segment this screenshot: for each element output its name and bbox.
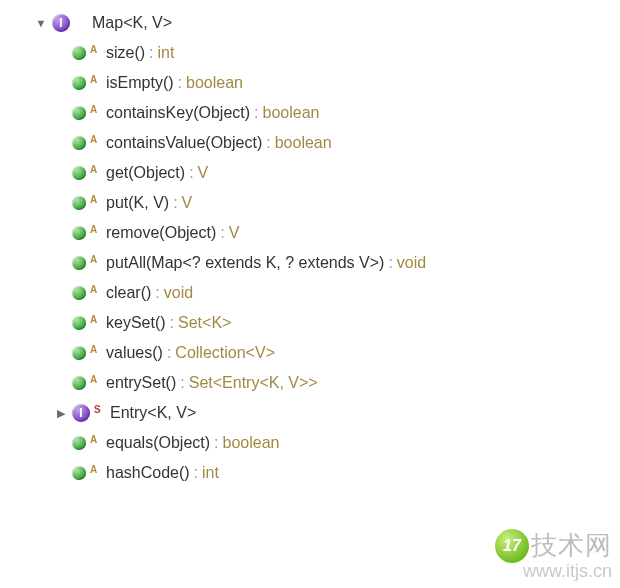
modifier-abstract: A bbox=[90, 344, 100, 355]
separator: : bbox=[266, 134, 270, 152]
type-name: Map<K, V> bbox=[92, 14, 172, 32]
modifier-abstract: A bbox=[90, 254, 100, 265]
separator: : bbox=[149, 44, 153, 62]
separator: : bbox=[220, 224, 224, 242]
tree-node-method[interactable]: Aget(Object):V bbox=[0, 158, 620, 188]
method-signature: values() bbox=[106, 344, 163, 362]
separator: : bbox=[194, 464, 198, 482]
method-signature: putAll(Map<? extends K, ? extends V>) bbox=[106, 254, 384, 272]
tree-node-method[interactable]: Aclear():void bbox=[0, 278, 620, 308]
tree-node-method[interactable]: Aequals(Object):boolean bbox=[0, 428, 620, 458]
separator: : bbox=[180, 374, 184, 392]
modifier-abstract: A bbox=[90, 374, 100, 385]
tree-node-method[interactable]: AisEmpty():boolean bbox=[0, 68, 620, 98]
separator: : bbox=[178, 74, 182, 92]
method-icon bbox=[72, 316, 86, 330]
return-type: void bbox=[397, 254, 426, 272]
separator: : bbox=[388, 254, 392, 272]
method-signature: remove(Object) bbox=[106, 224, 216, 242]
method-signature: clear() bbox=[106, 284, 151, 302]
modifier-abstract: A bbox=[90, 464, 100, 475]
separator: : bbox=[189, 164, 193, 182]
tree-node-method[interactable]: AcontainsKey(Object):boolean bbox=[0, 98, 620, 128]
return-type: Set<K> bbox=[178, 314, 231, 332]
tree-node-method[interactable]: Aremove(Object):V bbox=[0, 218, 620, 248]
tree-node-method[interactable]: AentrySet():Set<Entry<K, V>> bbox=[0, 368, 620, 398]
modifier-abstract: A bbox=[90, 164, 100, 175]
tree-node-method[interactable]: AputAll(Map<? extends K, ? extends V>):v… bbox=[0, 248, 620, 278]
watermark-url: www.itjs.cn bbox=[495, 561, 612, 582]
method-signature: hashCode() bbox=[106, 464, 190, 482]
separator: : bbox=[214, 434, 218, 452]
watermark: 17 技术网 www.itjs.cn bbox=[495, 528, 612, 582]
tree-node-map[interactable]: ▼ I Map<K, V> bbox=[0, 8, 620, 38]
method-icon bbox=[72, 46, 86, 60]
method-icon bbox=[72, 76, 86, 90]
return-type: V bbox=[198, 164, 209, 182]
method-signature: size() bbox=[106, 44, 145, 62]
separator: : bbox=[167, 344, 171, 362]
method-icon bbox=[72, 256, 86, 270]
method-icon bbox=[72, 106, 86, 120]
tree-node-method[interactable]: Aput(K, V):V bbox=[0, 188, 620, 218]
watermark-badge: 17 bbox=[495, 529, 529, 563]
method-icon bbox=[72, 196, 86, 210]
return-type: int bbox=[158, 44, 175, 62]
chevron-right-icon[interactable]: ▶ bbox=[54, 407, 68, 420]
modifier-abstract: A bbox=[90, 194, 100, 205]
method-signature: isEmpty() bbox=[106, 74, 174, 92]
modifier-abstract: A bbox=[90, 74, 100, 85]
method-signature: put(K, V) bbox=[106, 194, 169, 212]
return-type: boolean bbox=[275, 134, 332, 152]
method-signature: equals(Object) bbox=[106, 434, 210, 452]
return-type: boolean bbox=[263, 104, 320, 122]
modifier-static: S bbox=[94, 404, 104, 415]
modifier-abstract: A bbox=[90, 104, 100, 115]
type-name: Entry<K, V> bbox=[110, 404, 196, 422]
return-type: boolean bbox=[186, 74, 243, 92]
separator: : bbox=[254, 104, 258, 122]
method-icon bbox=[72, 466, 86, 480]
separator: : bbox=[170, 314, 174, 332]
method-icon bbox=[72, 286, 86, 300]
tree-node-method[interactable]: AhashCode():int bbox=[0, 458, 620, 488]
modifier-abstract: A bbox=[90, 224, 100, 235]
tree-node-method[interactable]: Asize():int bbox=[0, 38, 620, 68]
tree-node-method[interactable]: AkeySet():Set<K> bbox=[0, 308, 620, 338]
watermark-text: 技术网 bbox=[531, 528, 612, 563]
chevron-down-icon[interactable]: ▼ bbox=[34, 17, 48, 29]
modifier-abstract: A bbox=[90, 284, 100, 295]
modifier-abstract: A bbox=[90, 134, 100, 145]
tree-node-method[interactable]: Avalues():Collection<V> bbox=[0, 338, 620, 368]
modifier-abstract: A bbox=[90, 44, 100, 55]
method-signature: containsValue(Object) bbox=[106, 134, 262, 152]
tree-node-entry[interactable]: ▶ I S Entry<K, V> bbox=[0, 398, 620, 428]
tree-node-method[interactable]: AcontainsValue(Object):boolean bbox=[0, 128, 620, 158]
method-signature: containsKey(Object) bbox=[106, 104, 250, 122]
method-icon bbox=[72, 376, 86, 390]
outline-tree: ▼ I Map<K, V> Asize():intAisEmpty():bool… bbox=[0, 0, 620, 488]
modifier-abstract: A bbox=[90, 314, 100, 325]
separator: : bbox=[155, 284, 159, 302]
method-signature: keySet() bbox=[106, 314, 166, 332]
method-icon bbox=[72, 166, 86, 180]
method-icon bbox=[72, 436, 86, 450]
return-type: int bbox=[202, 464, 219, 482]
method-signature: get(Object) bbox=[106, 164, 185, 182]
interface-icon: I bbox=[72, 404, 90, 422]
modifier-abstract: A bbox=[90, 434, 100, 445]
method-icon bbox=[72, 136, 86, 150]
method-signature: entrySet() bbox=[106, 374, 176, 392]
return-type: boolean bbox=[223, 434, 280, 452]
return-type: Collection<V> bbox=[175, 344, 275, 362]
return-type: void bbox=[164, 284, 193, 302]
return-type: V bbox=[229, 224, 240, 242]
method-icon bbox=[72, 346, 86, 360]
method-icon bbox=[72, 226, 86, 240]
return-type: V bbox=[182, 194, 193, 212]
return-type: Set<Entry<K, V>> bbox=[189, 374, 318, 392]
interface-icon: I bbox=[52, 14, 70, 32]
separator: : bbox=[173, 194, 177, 212]
